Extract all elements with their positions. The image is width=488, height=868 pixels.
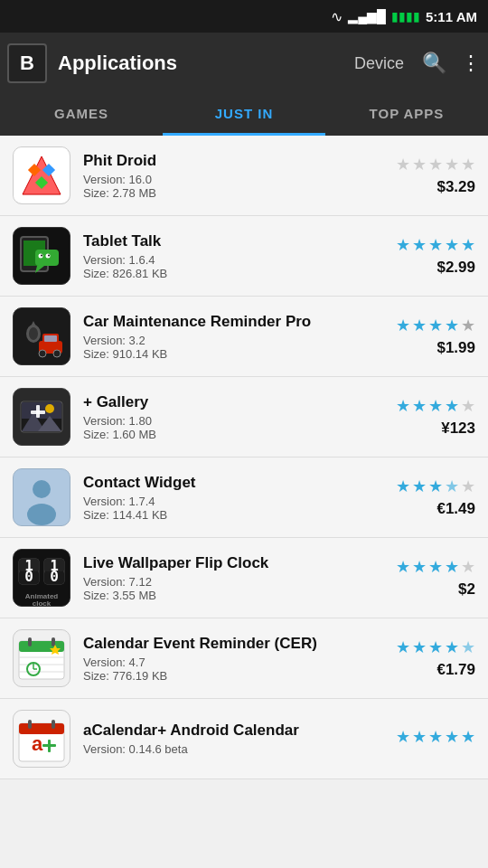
star-1: ★ (396, 727, 410, 747)
list-item[interactable]: 1 0 1 0 Animated clock Live Wallpaper Fl… (0, 538, 488, 618)
tab-games[interactable]: GAMES (0, 94, 163, 136)
contact-widget-svg (14, 469, 70, 525)
app-info-phit-droid: Phit Droid Version: 16.0 Size: 2.78 MB (83, 152, 376, 200)
star-3: ★ (428, 396, 443, 416)
app-name: Phit Droid (83, 152, 376, 170)
star-1: ★ (396, 476, 410, 496)
app-rating-gallery: ★ ★ ★ ★ ★ ¥123 (376, 396, 475, 438)
app-name: Live Wallpaper Flip Clock (83, 554, 376, 572)
star-3: ★ (428, 727, 443, 747)
app-size: Size: 776.19 KB (83, 669, 376, 683)
svg-point-14 (41, 255, 42, 257)
star-5: ★ (461, 557, 475, 577)
svg-text:a: a (32, 732, 43, 755)
svg-text:clock: clock (33, 599, 52, 606)
svg-point-24 (53, 350, 61, 357)
header-actions: 🔍 ⋮ (422, 52, 481, 75)
app-name: Car Maintenance Reminder Pro (83, 313, 376, 331)
phit-droid-svg (14, 147, 70, 203)
app-size: Size: 114.41 KB (83, 508, 376, 522)
signal-icon: ▂▄▆█ (348, 9, 386, 24)
stars: ★ ★ ★ ★ ★ (396, 155, 475, 175)
svg-point-35 (27, 504, 56, 525)
list-item[interactable]: Car Maintenance Reminder Pro Version: 3.… (0, 297, 488, 377)
star-1: ★ (396, 637, 410, 657)
stars: ★ ★ ★ ★ ★ (396, 476, 475, 496)
svg-point-19 (29, 327, 38, 340)
star-4: ★ (445, 235, 459, 255)
stars: ★ ★ ★ ★ ★ (396, 557, 475, 577)
app-size: Size: 1.60 MB (83, 428, 376, 441)
svg-rect-22 (44, 335, 57, 342)
tab-just-in[interactable]: JUST IN (163, 94, 325, 136)
list-item[interactable]: Contact Widget Version: 1.7.4 Size: 114.… (0, 458, 488, 538)
app-version: Version: 0.14.6 beta (83, 742, 376, 756)
overflow-menu-icon[interactable]: ⋮ (461, 52, 481, 75)
app-info-tablet-talk: Tablet Talk Version: 1.6.4 Size: 826.81 … (83, 232, 376, 280)
status-icons: ∿ ▂▄▆█ ▮▮▮▮ 5:11 AM (331, 8, 477, 25)
app-price: €1.79 (436, 661, 475, 679)
list-item[interactable]: Tablet Talk Version: 1.6.4 Size: 826.81 … (0, 216, 488, 297)
app-version: Version: 1.80 (83, 414, 376, 428)
star-4: ★ (445, 316, 459, 335)
app-icon-flip-clock: 1 0 1 0 Animated clock (13, 549, 70, 607)
app-name: Tablet Talk (83, 232, 376, 250)
svg-point-30 (45, 404, 54, 413)
svg-point-15 (48, 255, 50, 257)
wifi-icon: ∿ (331, 8, 343, 25)
star-4: ★ (445, 155, 459, 175)
star-3: ★ (428, 235, 443, 255)
star-1: ★ (396, 235, 410, 255)
app-price: ¥123 (441, 420, 475, 438)
list-item[interactable]: + Gallery Version: 1.80 Size: 1.60 MB ★ … (0, 377, 488, 458)
app-price: $2.99 (436, 259, 475, 277)
app-name: aCalendar+ Android Calendar (83, 722, 376, 740)
app-rating-phit-droid: ★ ★ ★ ★ ★ $3.29 (376, 155, 475, 196)
star-2: ★ (412, 235, 427, 255)
app-rating-acalendar: ★ ★ ★ ★ ★ (376, 727, 475, 750)
tab-top-apps[interactable]: TOP APPS (325, 94, 488, 136)
calendar-event-svg (14, 630, 70, 686)
list-item[interactable]: a aCalendar+ Android Calendar Version: 0… (0, 699, 488, 779)
star-3: ★ (428, 476, 443, 496)
star-4: ★ (445, 396, 459, 416)
app-name: Contact Widget (83, 474, 376, 492)
star-5: ★ (461, 316, 475, 335)
star-3: ★ (428, 637, 443, 657)
tab-bar: GAMES JUST IN TOP APPS (0, 94, 488, 136)
app-list: Phit Droid Version: 16.0 Size: 2.78 MB ★… (0, 136, 488, 868)
app-header: B Applications Device 🔍 ⋮ (0, 33, 488, 94)
header-device-button[interactable]: Device (354, 54, 404, 73)
list-item[interactable]: Phit Droid Version: 16.0 Size: 2.78 MB ★… (0, 136, 488, 216)
star-1: ★ (396, 396, 410, 416)
app-rating-car-maintenance: ★ ★ ★ ★ ★ $1.99 (376, 316, 475, 357)
app-price: $3.29 (436, 178, 475, 196)
star-4: ★ (445, 727, 459, 747)
svg-rect-32 (31, 410, 45, 414)
star-1: ★ (396, 557, 410, 577)
app-icon-phit-droid (13, 146, 70, 204)
app-icon-contact-widget (13, 468, 70, 526)
app-version: Version: 4.7 (83, 656, 376, 669)
svg-text:0: 0 (50, 568, 59, 585)
star-5: ★ (461, 396, 475, 416)
app-version: Version: 1.7.4 (83, 495, 376, 508)
star-2: ★ (412, 476, 427, 496)
tablet-talk-svg (14, 228, 70, 284)
star-1: ★ (396, 155, 410, 175)
app-version: Version: 7.12 (83, 575, 376, 589)
star-5: ★ (461, 727, 475, 747)
star-4: ★ (445, 637, 459, 657)
app-price: $1.99 (436, 339, 475, 357)
app-info-contact-widget: Contact Widget Version: 1.7.4 Size: 114.… (83, 474, 376, 522)
app-version: Version: 3.2 (83, 334, 376, 347)
app-size: Size: 826.81 KB (83, 267, 376, 280)
app-info-acalendar: aCalendar+ Android Calendar Version: 0.1… (83, 722, 376, 756)
search-icon[interactable]: 🔍 (422, 52, 446, 75)
app-price: $2 (458, 580, 475, 599)
car-maintenance-svg (14, 308, 70, 364)
list-item[interactable]: Calendar Event Reminder (CER) Version: 4… (0, 618, 488, 699)
flip-clock-svg: 1 0 1 0 Animated clock (14, 550, 70, 606)
stars: ★ ★ ★ ★ ★ (396, 637, 475, 657)
app-icon-gallery (13, 388, 70, 446)
